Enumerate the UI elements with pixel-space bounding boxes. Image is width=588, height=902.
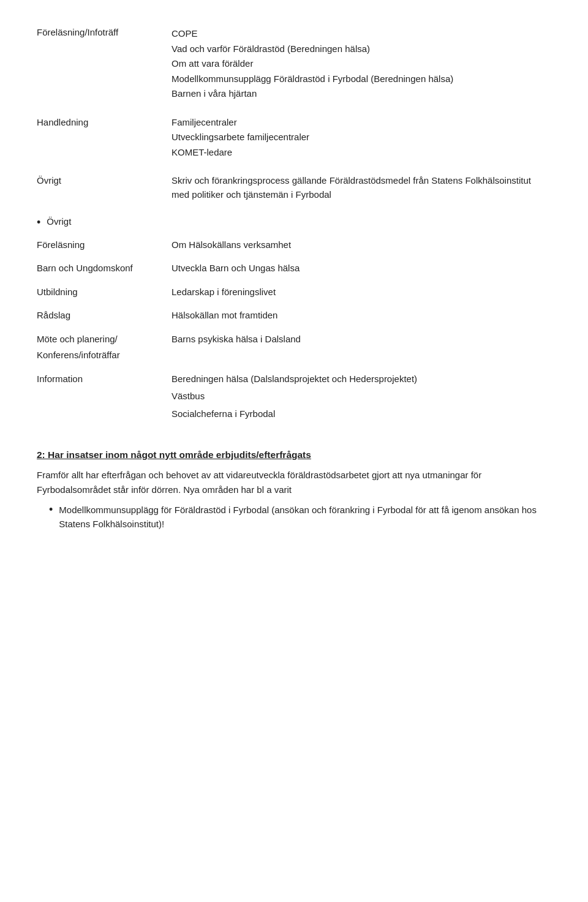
- row-label: Information: [37, 370, 172, 424]
- handledning-v2: Utvecklingsarbete familjecentraler: [172, 130, 546, 145]
- row-value: Ledarskap i föreningslivet: [172, 283, 551, 302]
- row-value: Om Hälsokällans verksamhet: [172, 236, 551, 255]
- info-v3: Socialcheferna i Fyrbodal: [172, 407, 546, 421]
- konf-label: Konferens/infoträffar: [37, 348, 157, 363]
- sub-bullet-icon: •: [49, 503, 53, 517]
- table-row: Föreläsning/Infoträff COPE Vad och varfö…: [37, 24, 551, 105]
- sub-bullet-text: Modellkommunsupplägg för Föräldrastöd i …: [59, 503, 551, 531]
- row-values: COPE Vad och varför Föräldrastöd (Beredn…: [172, 24, 551, 105]
- spacer-row: [37, 278, 551, 283]
- row-label: Föreläsning: [37, 236, 172, 255]
- spacer-row: [37, 301, 551, 306]
- info-v2: Västbus: [172, 389, 546, 404]
- ovrigt-bullet-label: Övrigt: [47, 215, 71, 229]
- cope-value: COPE: [172, 27, 546, 41]
- spacer-row: [37, 365, 551, 370]
- table-row: Barn och Ungdomskonf Utveckla Barn och U…: [37, 259, 551, 278]
- handledning-v1: Familjecentraler: [172, 116, 546, 130]
- table-row: Övrigt Skriv och förankringsprocess gäll…: [37, 171, 551, 204]
- spacer-row: [37, 163, 551, 171]
- row-values: Familjecentraler Utvecklingsarbete famil…: [172, 113, 551, 163]
- ovrigt-v1: Skriv och förankringsprocess gällande Fö…: [172, 174, 546, 201]
- table-row: Information Beredningen hälsa (Dalslands…: [37, 370, 551, 424]
- handledning-v3: KOMET-ledare: [172, 146, 546, 160]
- sub-bullet-item: • Modellkommunsupplägg för Föräldrastöd …: [49, 503, 551, 531]
- table-row: Föreläsning Om Hälsokällans verksamhet: [37, 236, 551, 255]
- section3: 2: Har insatser inom något nytt område e…: [37, 448, 551, 531]
- info-value-block: Beredningen hälsa (Dalslandsprojektet oc…: [172, 372, 546, 421]
- section3-body1: Framför allt har efterfrågan och behovet…: [37, 468, 551, 497]
- ovrigt-bullet-section: • Övrigt: [37, 215, 551, 230]
- mote-label: Möte och planering/: [37, 333, 157, 347]
- row-label: Möte och planering/ Konferens/infoträffa…: [37, 330, 172, 365]
- section1-table: Föreläsning/Infoträff COPE Vad och varfö…: [37, 24, 551, 204]
- bullet-icon: •: [37, 216, 40, 230]
- value-2: Vad och varför Föräldrastöd (Beredningen…: [172, 42, 546, 56]
- row-label: Handledning: [37, 113, 172, 163]
- row-values: Beredningen hälsa (Dalslandsprojektet oc…: [172, 370, 551, 424]
- value-4: Modellkommunsupplägg Föräldrastöd i Fyrb…: [172, 72, 546, 86]
- table-row: Utbildning Ledarskap i föreningslivet: [37, 283, 551, 302]
- section2-table: Föreläsning Om Hälsokällans verksamhet B…: [37, 236, 551, 424]
- row-label: Utbildning: [37, 283, 172, 302]
- row-label: Övrigt: [37, 171, 172, 204]
- row-values: Skriv och förankringsprocess gällande Fö…: [172, 171, 551, 204]
- table-row: Handledning Familjecentraler Utvecklings…: [37, 113, 551, 163]
- spacer-row: [37, 325, 551, 330]
- spacer-row: [37, 254, 551, 259]
- table-row: Rådslag Hälsokällan mot framtiden: [37, 306, 551, 325]
- row-value: Hälsokällan mot framtiden: [172, 306, 551, 325]
- value-5: Barnen i våra hjärtan: [172, 87, 546, 101]
- section3-heading: 2: Har insatser inom något nytt område e…: [37, 448, 551, 462]
- row-label: Rådslag: [37, 306, 172, 325]
- bullet-item: • Övrigt: [37, 215, 551, 230]
- value-3: Om att vara förälder: [172, 57, 546, 71]
- spacer-row: [37, 105, 551, 113]
- row-label: Föreläsning/Infoträff: [37, 24, 172, 105]
- row-label: Barn och Ungdomskonf: [37, 259, 172, 278]
- info-v1: Beredningen hälsa (Dalslandsprojektet oc…: [172, 372, 546, 386]
- row-value: Barns psykiska hälsa i Dalsland: [172, 330, 551, 365]
- row-value: Utveckla Barn och Ungas hälsa: [172, 259, 551, 278]
- table-row: Möte och planering/ Konferens/infoträffa…: [37, 330, 551, 365]
